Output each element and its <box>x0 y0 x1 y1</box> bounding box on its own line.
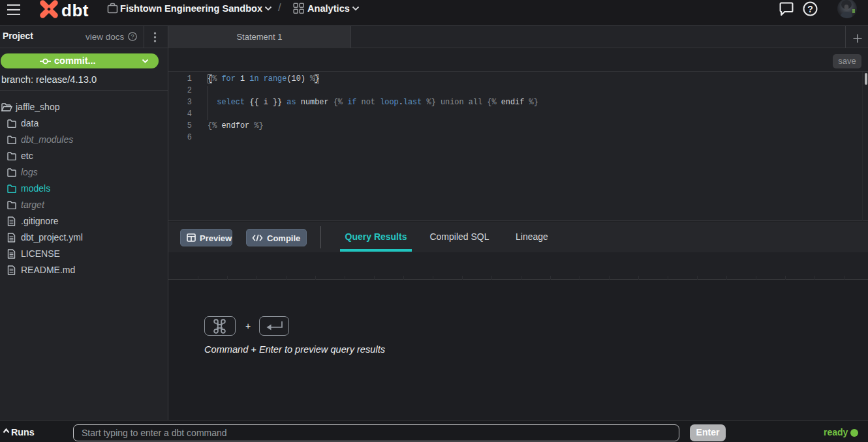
svg-text:?: ? <box>807 4 813 14</box>
svg-text:?: ? <box>131 33 134 40</box>
